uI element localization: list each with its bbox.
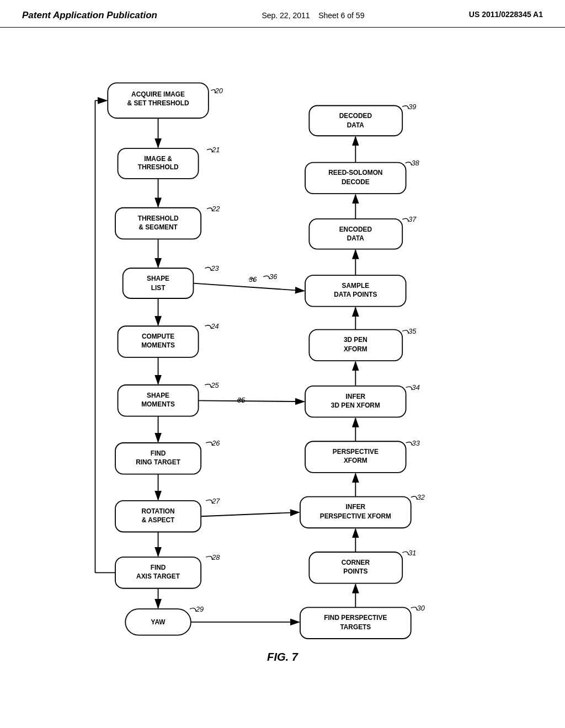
svg-text:39: 39 [408, 103, 416, 111]
svg-text:DATA POINTS: DATA POINTS [334, 291, 377, 298]
svg-text:SHAPE: SHAPE [147, 275, 169, 282]
svg-text:26: 26 [211, 439, 220, 447]
svg-text:20: 20 [215, 87, 223, 95]
svg-line-98 [193, 283, 304, 291]
svg-text:THRESHOLD: THRESHOLD [138, 163, 179, 171]
svg-text:& SET THRESHOLD: & SET THRESHOLD [127, 99, 189, 107]
svg-text:22: 22 [211, 205, 220, 213]
svg-text:3D PEN: 3D PEN [344, 336, 367, 344]
svg-text:INFER: INFER [346, 503, 366, 511]
diagram-area: ACQUIRE IMAGE & SET THRESHOLD 20 IMAGE &… [0, 28, 565, 662]
svg-text:ENCODED: ENCODED [339, 226, 372, 233]
flowchart-svg: ACQUIRE IMAGE & SET THRESHOLD 20 IMAGE &… [0, 28, 565, 662]
svg-text:& SEGMENT: & SEGMENT [138, 223, 178, 231]
svg-text:31: 31 [408, 549, 416, 557]
svg-text:INFER: INFER [346, 393, 366, 400]
svg-text:36: 36 [249, 275, 257, 283]
svg-text:29: 29 [195, 605, 204, 613]
svg-text:DATA: DATA [347, 234, 365, 242]
patent-number: US 2011/0228345 A1 [469, 10, 543, 19]
svg-text:MOMENTS: MOMENTS [141, 400, 175, 408]
svg-text:24: 24 [210, 322, 218, 330]
svg-text:MOMENTS: MOMENTS [141, 341, 175, 349]
svg-text:33: 33 [412, 439, 420, 447]
publication-date: Sep. 22, 2011 [262, 11, 310, 20]
svg-text:XFORM: XFORM [344, 457, 367, 464]
svg-text:XFORM: XFORM [344, 345, 367, 353]
svg-text:CORNER: CORNER [342, 559, 370, 566]
svg-text:YAW: YAW [151, 618, 166, 626]
page-header: Patent Application Publication Sep. 22, … [0, 0, 565, 28]
svg-text:FIND PERSPECTIVE: FIND PERSPECTIVE [324, 614, 387, 622]
svg-text:35: 35 [237, 396, 246, 404]
sheet-info: Sheet 6 of 59 [318, 11, 364, 20]
svg-text:FIND: FIND [151, 449, 166, 457]
svg-text:FIG. 7: FIG. 7 [267, 651, 299, 662]
svg-text:25: 25 [210, 381, 219, 389]
svg-text:23: 23 [210, 264, 218, 272]
svg-text:COMPUTE: COMPUTE [142, 333, 174, 340]
svg-text:REED-SOLOMON: REED-SOLOMON [328, 169, 382, 176]
svg-text:SHAPE: SHAPE [147, 392, 169, 399]
svg-text:3D PEN XFORM: 3D PEN XFORM [331, 402, 380, 409]
svg-text:28: 28 [211, 553, 220, 561]
svg-text:AXIS TARGET: AXIS TARGET [136, 572, 180, 580]
svg-text:& ASPECT: & ASPECT [142, 516, 175, 524]
svg-text:32: 32 [417, 493, 425, 501]
header-center: Sep. 22, 2011 Sheet 6 of 59 [262, 10, 364, 22]
svg-line-99 [201, 512, 299, 516]
svg-text:34: 34 [412, 383, 420, 392]
svg-text:SAMPLE: SAMPLE [342, 282, 370, 290]
svg-text:TARGETS: TARGETS [340, 623, 371, 631]
svg-text:37: 37 [408, 215, 417, 223]
svg-text:RING TARGET: RING TARGET [136, 458, 181, 466]
svg-text:THRESHOLD: THRESHOLD [138, 215, 179, 222]
svg-text:35: 35 [408, 327, 417, 335]
svg-text:DATA: DATA [347, 121, 365, 129]
svg-text:DECODE: DECODE [342, 178, 370, 186]
svg-text:27: 27 [211, 497, 220, 505]
svg-text:PERSPECTIVE XFORM: PERSPECTIVE XFORM [320, 512, 391, 520]
svg-text:38: 38 [412, 159, 420, 167]
svg-text:FIND: FIND [151, 564, 166, 571]
publication-label: Patent Application Publication [22, 10, 157, 21]
svg-text:ROTATION: ROTATION [141, 507, 174, 515]
svg-text:LIST: LIST [151, 284, 166, 292]
svg-text:21: 21 [211, 146, 220, 154]
svg-text:IMAGE &: IMAGE & [144, 155, 172, 163]
svg-text:PERSPECTIVE: PERSPECTIVE [333, 448, 379, 456]
svg-text:POINTS: POINTS [343, 568, 367, 575]
svg-line-106 [199, 400, 305, 402]
svg-text:ACQUIRE IMAGE: ACQUIRE IMAGE [131, 90, 185, 98]
svg-text:36: 36 [269, 272, 278, 281]
svg-text:30: 30 [417, 604, 425, 612]
svg-text:DECODED: DECODED [339, 112, 372, 120]
